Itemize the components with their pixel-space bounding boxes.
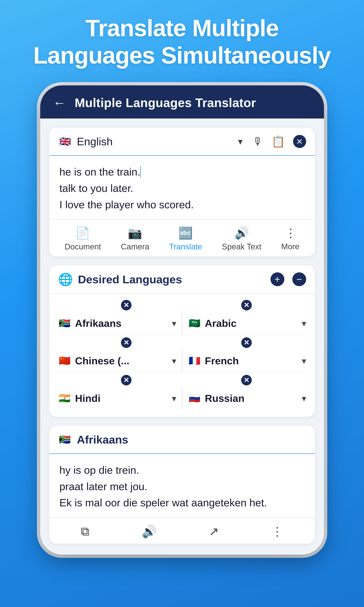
pair2-separator (58, 372, 306, 372)
close-russian-button[interactable]: ✕ (241, 375, 252, 385)
camera-label: Camera (121, 242, 149, 251)
input-toolbar: 📄 Document 📷 Camera 🔤 Translate 🔊 Speak … (49, 220, 315, 256)
afrikaans-dropdown[interactable]: ▾ (172, 318, 176, 328)
close-afrikaans-button[interactable]: ✕ (121, 300, 131, 310)
close-french-button[interactable]: ✕ (241, 337, 252, 348)
chinese-flag: 🇨🇳 (58, 354, 71, 368)
more-icon: ⋮ (285, 226, 296, 240)
clear-input-button[interactable]: ✕ (293, 135, 306, 148)
language-pair-2: 🇨🇳 Chinese (... ▾ 🇫🇷 French ▾ (58, 348, 306, 372)
camera-icon: 📷 (128, 226, 142, 240)
remove-language-button[interactable]: − (292, 272, 306, 286)
chinese-dropdown[interactable]: ▾ (172, 356, 176, 366)
french-label: French (205, 355, 298, 367)
french-item[interactable]: 🇫🇷 French ▾ (188, 350, 306, 372)
russian-label: Russian (205, 392, 298, 404)
french-flag: 🇫🇷 (188, 354, 201, 368)
phone-frame: ← Multiple Languages Translator 🇬🇧 Engli… (40, 85, 324, 554)
input-card: 🇬🇧 English ▾ 🎙 📋 ✕ he is on the train. t… (49, 128, 315, 256)
speak-text-label: Speak Text (222, 242, 261, 251)
app-title: Multiple Languages Translator (75, 95, 256, 110)
translate-icon: 🔤 (178, 226, 193, 240)
result-share-icon[interactable]: ↗ (209, 525, 219, 539)
pair1-separator (58, 335, 306, 335)
result-copy-icon[interactable]: ⧉ (81, 524, 89, 539)
english-flag: 🇬🇧 (58, 134, 73, 149)
russian-flag: 🇷🇺 (188, 392, 201, 405)
chinese-label: Chinese (... (75, 355, 169, 367)
desired-languages-card: 🌐 Desired Languages + − ✕ ✕ 🇿🇦 A (49, 265, 315, 417)
toolbar-translate[interactable]: 🔤 Translate (169, 226, 202, 251)
result-card-afrikaans: 🇿🇦 Afrikaans hy is op die trein. praat l… (49, 426, 315, 544)
arabic-flag: 🇸🇦 (188, 317, 201, 330)
hindi-label: Hindi (75, 392, 169, 404)
result-line-2: praat later met jou. (60, 478, 305, 495)
microphone-icon[interactable]: 🎙 (252, 135, 263, 148)
pair3-divider (182, 387, 182, 409)
language-pair-3: 🇮🇳 Hindi ▾ 🇷🇺 Russian ▾ (58, 385, 306, 409)
afrikaans-label: Afrikaans (75, 317, 169, 329)
desired-languages-header: 🌐 Desired Languages + − (49, 265, 315, 294)
globe-icon: 🌐 (58, 272, 73, 286)
arabic-dropdown[interactable]: ▾ (302, 318, 306, 328)
afrikaans-item[interactable]: 🇿🇦 Afrikaans ▾ (58, 312, 176, 335)
page-headline: Translate Multiple Languages Simultaneou… (33, 14, 331, 69)
hindi-flag: 🇮🇳 (58, 392, 71, 405)
toolbar-camera[interactable]: 📷 Camera (121, 226, 149, 251)
close-arabic-button[interactable]: ✕ (241, 300, 252, 310)
back-button[interactable]: ← (53, 96, 66, 109)
input-language-name: English (77, 135, 234, 148)
language-grid: ✕ ✕ 🇿🇦 Afrikaans ▾ 🇸🇦 Arabic ▾ (49, 294, 315, 417)
french-dropdown[interactable]: ▾ (302, 356, 306, 366)
input-line-3: I love the player who scored. (60, 196, 305, 213)
pair2-divider (182, 350, 182, 372)
result-language-header: 🇿🇦 Afrikaans (49, 426, 315, 454)
afrikaans-flag: 🇿🇦 (58, 317, 71, 330)
input-line-2: talk to you later. (60, 180, 305, 196)
result-line-1: hy is op die trein. (60, 462, 305, 478)
result-line-3: Ek is mal oor die speler wat aangeteken … (60, 495, 305, 511)
toolbar-more[interactable]: ⋮ More (281, 226, 299, 251)
pair1-divider (182, 312, 182, 335)
document-label: Document (65, 242, 101, 251)
arabic-item[interactable]: 🇸🇦 Arabic ▾ (188, 312, 306, 335)
result-speak-icon[interactable]: 🔊 (142, 525, 157, 539)
chinese-item[interactable]: 🇨🇳 Chinese (... ▾ (58, 350, 176, 372)
result-toolbar: ⧉ 🔊 ↗ ⋮ (49, 518, 315, 544)
more-label: More (281, 242, 299, 251)
russian-dropdown[interactable]: ▾ (302, 393, 306, 404)
translate-label: Translate (169, 242, 202, 251)
result-more-icon[interactable]: ⋮ (271, 525, 283, 539)
input-text-area[interactable]: he is on the train. talk to you later. I… (49, 156, 315, 220)
result-afrikaans-flag: 🇿🇦 (58, 433, 72, 447)
clipboard-icon[interactable]: 📋 (272, 135, 285, 148)
speak-text-icon: 🔊 (234, 226, 249, 240)
russian-item[interactable]: 🇷🇺 Russian ▾ (188, 387, 306, 409)
desired-languages-title: Desired Languages (78, 273, 262, 286)
hindi-dropdown[interactable]: ▾ (172, 393, 176, 404)
headline-line1: Translate Multiple (85, 15, 278, 41)
hindi-item[interactable]: 🇮🇳 Hindi ▾ (58, 387, 176, 409)
language-dropdown-arrow[interactable]: ▾ (238, 136, 243, 147)
document-icon: 📄 (76, 226, 90, 240)
language-selector-row: 🇬🇧 English ▾ 🎙 📋 ✕ (49, 128, 315, 156)
add-language-button[interactable]: + (271, 272, 284, 286)
headline-line2: Languages Simultaneously (33, 42, 331, 69)
result-text-area: hy is op die trein. praat later met jou.… (49, 454, 315, 518)
close-chinese-button[interactable]: ✕ (121, 337, 131, 348)
toolbar-speak-text[interactable]: 🔊 Speak Text (222, 226, 261, 251)
close-hindi-button[interactable]: ✕ (121, 375, 131, 385)
result-language-name: Afrikaans (77, 433, 129, 446)
app-header: ← Multiple Languages Translator (40, 85, 324, 119)
arabic-label: Arabic (205, 317, 298, 329)
language-pair-1: 🇿🇦 Afrikaans ▾ 🇸🇦 Arabic ▾ (58, 310, 306, 335)
toolbar-document[interactable]: 📄 Document (65, 226, 101, 251)
input-line-1: he is on the train. (60, 164, 305, 180)
